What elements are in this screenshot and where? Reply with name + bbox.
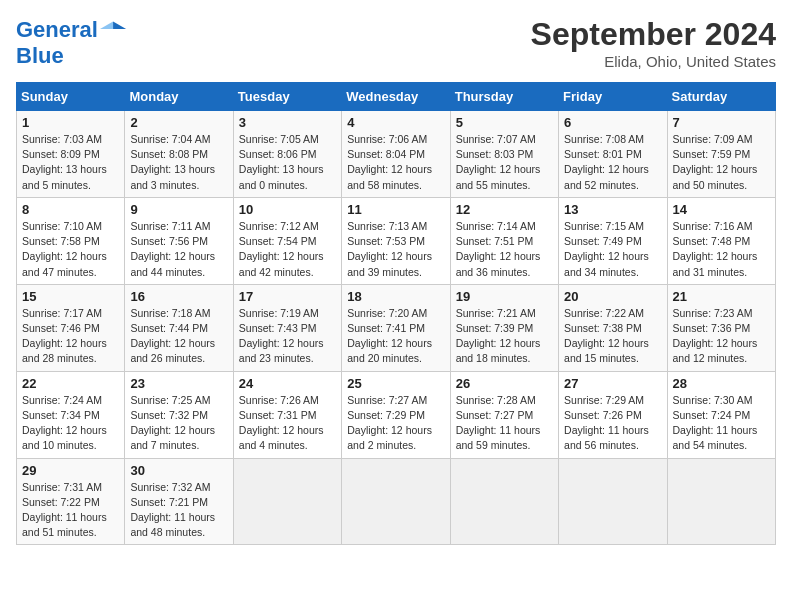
day-info: Sunrise: 7:07 AM Sunset: 8:03 PM Dayligh… (456, 132, 553, 193)
day-number: 3 (239, 115, 336, 130)
table-row: 2 Sunrise: 7:04 AM Sunset: 8:08 PM Dayli… (125, 111, 233, 198)
day-number: 17 (239, 289, 336, 304)
table-row (450, 458, 558, 545)
day-info: Sunrise: 7:15 AM Sunset: 7:49 PM Dayligh… (564, 219, 661, 280)
day-number: 16 (130, 289, 227, 304)
table-row: 3 Sunrise: 7:05 AM Sunset: 8:06 PM Dayli… (233, 111, 341, 198)
day-number: 10 (239, 202, 336, 217)
calendar-week-row: 22 Sunrise: 7:24 AM Sunset: 7:34 PM Dayl… (17, 371, 776, 458)
day-number: 29 (22, 463, 119, 478)
table-row: 7 Sunrise: 7:09 AM Sunset: 7:59 PM Dayli… (667, 111, 775, 198)
col-monday: Monday (125, 83, 233, 111)
table-row: 15 Sunrise: 7:17 AM Sunset: 7:46 PM Dayl… (17, 284, 125, 371)
day-info: Sunrise: 7:19 AM Sunset: 7:43 PM Dayligh… (239, 306, 336, 367)
col-saturday: Saturday (667, 83, 775, 111)
table-row: 12 Sunrise: 7:14 AM Sunset: 7:51 PM Dayl… (450, 197, 558, 284)
table-row: 13 Sunrise: 7:15 AM Sunset: 7:49 PM Dayl… (559, 197, 667, 284)
day-number: 2 (130, 115, 227, 130)
day-info: Sunrise: 7:16 AM Sunset: 7:48 PM Dayligh… (673, 219, 770, 280)
day-number: 20 (564, 289, 661, 304)
table-row: 20 Sunrise: 7:22 AM Sunset: 7:38 PM Dayl… (559, 284, 667, 371)
day-number: 18 (347, 289, 444, 304)
table-row: 9 Sunrise: 7:11 AM Sunset: 7:56 PM Dayli… (125, 197, 233, 284)
calendar-week-row: 8 Sunrise: 7:10 AM Sunset: 7:58 PM Dayli… (17, 197, 776, 284)
day-number: 23 (130, 376, 227, 391)
day-info: Sunrise: 7:22 AM Sunset: 7:38 PM Dayligh… (564, 306, 661, 367)
day-info: Sunrise: 7:10 AM Sunset: 7:58 PM Dayligh… (22, 219, 119, 280)
table-row: 27 Sunrise: 7:29 AM Sunset: 7:26 PM Dayl… (559, 371, 667, 458)
table-row: 6 Sunrise: 7:08 AM Sunset: 8:01 PM Dayli… (559, 111, 667, 198)
calendar-title: September 2024 (531, 16, 776, 53)
table-row: 5 Sunrise: 7:07 AM Sunset: 8:03 PM Dayli… (450, 111, 558, 198)
day-info: Sunrise: 7:05 AM Sunset: 8:06 PM Dayligh… (239, 132, 336, 193)
day-info: Sunrise: 7:04 AM Sunset: 8:08 PM Dayligh… (130, 132, 227, 193)
table-row: 21 Sunrise: 7:23 AM Sunset: 7:36 PM Dayl… (667, 284, 775, 371)
table-row: 16 Sunrise: 7:18 AM Sunset: 7:44 PM Dayl… (125, 284, 233, 371)
day-number: 21 (673, 289, 770, 304)
day-number: 13 (564, 202, 661, 217)
day-info: Sunrise: 7:29 AM Sunset: 7:26 PM Dayligh… (564, 393, 661, 454)
table-row: 24 Sunrise: 7:26 AM Sunset: 7:31 PM Dayl… (233, 371, 341, 458)
day-info: Sunrise: 7:14 AM Sunset: 7:51 PM Dayligh… (456, 219, 553, 280)
day-number: 26 (456, 376, 553, 391)
col-thursday: Thursday (450, 83, 558, 111)
table-row: 8 Sunrise: 7:10 AM Sunset: 7:58 PM Dayli… (17, 197, 125, 284)
table-row: 26 Sunrise: 7:28 AM Sunset: 7:27 PM Dayl… (450, 371, 558, 458)
day-number: 8 (22, 202, 119, 217)
svg-marker-0 (113, 22, 126, 29)
day-info: Sunrise: 7:31 AM Sunset: 7:22 PM Dayligh… (22, 480, 119, 541)
day-number: 27 (564, 376, 661, 391)
col-friday: Friday (559, 83, 667, 111)
table-row: 23 Sunrise: 7:25 AM Sunset: 7:32 PM Dayl… (125, 371, 233, 458)
day-info: Sunrise: 7:12 AM Sunset: 7:54 PM Dayligh… (239, 219, 336, 280)
day-number: 28 (673, 376, 770, 391)
logo-bird-icon (100, 16, 128, 44)
day-number: 6 (564, 115, 661, 130)
calendar-table: Sunday Monday Tuesday Wednesday Thursday… (16, 82, 776, 545)
table-row: 14 Sunrise: 7:16 AM Sunset: 7:48 PM Dayl… (667, 197, 775, 284)
table-row: 17 Sunrise: 7:19 AM Sunset: 7:43 PM Dayl… (233, 284, 341, 371)
day-info: Sunrise: 7:03 AM Sunset: 8:09 PM Dayligh… (22, 132, 119, 193)
table-row: 28 Sunrise: 7:30 AM Sunset: 7:24 PM Dayl… (667, 371, 775, 458)
day-info: Sunrise: 7:21 AM Sunset: 7:39 PM Dayligh… (456, 306, 553, 367)
logo-line1: General (16, 16, 128, 44)
day-info: Sunrise: 7:28 AM Sunset: 7:27 PM Dayligh… (456, 393, 553, 454)
day-info: Sunrise: 7:24 AM Sunset: 7:34 PM Dayligh… (22, 393, 119, 454)
day-number: 9 (130, 202, 227, 217)
day-number: 25 (347, 376, 444, 391)
table-row: 4 Sunrise: 7:06 AM Sunset: 8:04 PM Dayli… (342, 111, 450, 198)
day-info: Sunrise: 7:26 AM Sunset: 7:31 PM Dayligh… (239, 393, 336, 454)
day-info: Sunrise: 7:32 AM Sunset: 7:21 PM Dayligh… (130, 480, 227, 541)
day-number: 24 (239, 376, 336, 391)
table-row: 29 Sunrise: 7:31 AM Sunset: 7:22 PM Dayl… (17, 458, 125, 545)
day-number: 30 (130, 463, 227, 478)
day-info: Sunrise: 7:27 AM Sunset: 7:29 PM Dayligh… (347, 393, 444, 454)
day-number: 12 (456, 202, 553, 217)
table-row: 30 Sunrise: 7:32 AM Sunset: 7:21 PM Dayl… (125, 458, 233, 545)
col-sunday: Sunday (17, 83, 125, 111)
table-row (559, 458, 667, 545)
table-row: 11 Sunrise: 7:13 AM Sunset: 7:53 PM Dayl… (342, 197, 450, 284)
table-row: 10 Sunrise: 7:12 AM Sunset: 7:54 PM Dayl… (233, 197, 341, 284)
day-number: 7 (673, 115, 770, 130)
day-info: Sunrise: 7:17 AM Sunset: 7:46 PM Dayligh… (22, 306, 119, 367)
svg-marker-1 (100, 22, 113, 29)
logo: General Blue (16, 16, 128, 68)
day-number: 19 (456, 289, 553, 304)
calendar-week-row: 15 Sunrise: 7:17 AM Sunset: 7:46 PM Dayl… (17, 284, 776, 371)
title-block: September 2024 Elida, Ohio, United State… (531, 16, 776, 70)
day-info: Sunrise: 7:13 AM Sunset: 7:53 PM Dayligh… (347, 219, 444, 280)
day-number: 5 (456, 115, 553, 130)
table-row: 18 Sunrise: 7:20 AM Sunset: 7:41 PM Dayl… (342, 284, 450, 371)
day-info: Sunrise: 7:23 AM Sunset: 7:36 PM Dayligh… (673, 306, 770, 367)
day-number: 22 (22, 376, 119, 391)
calendar-subtitle: Elida, Ohio, United States (531, 53, 776, 70)
table-row (342, 458, 450, 545)
day-number: 14 (673, 202, 770, 217)
table-row: 25 Sunrise: 7:27 AM Sunset: 7:29 PM Dayl… (342, 371, 450, 458)
day-number: 15 (22, 289, 119, 304)
table-row: 1 Sunrise: 7:03 AM Sunset: 8:09 PM Dayli… (17, 111, 125, 198)
logo-line2: Blue (16, 44, 128, 68)
calendar-week-row: 1 Sunrise: 7:03 AM Sunset: 8:09 PM Dayli… (17, 111, 776, 198)
table-row (233, 458, 341, 545)
